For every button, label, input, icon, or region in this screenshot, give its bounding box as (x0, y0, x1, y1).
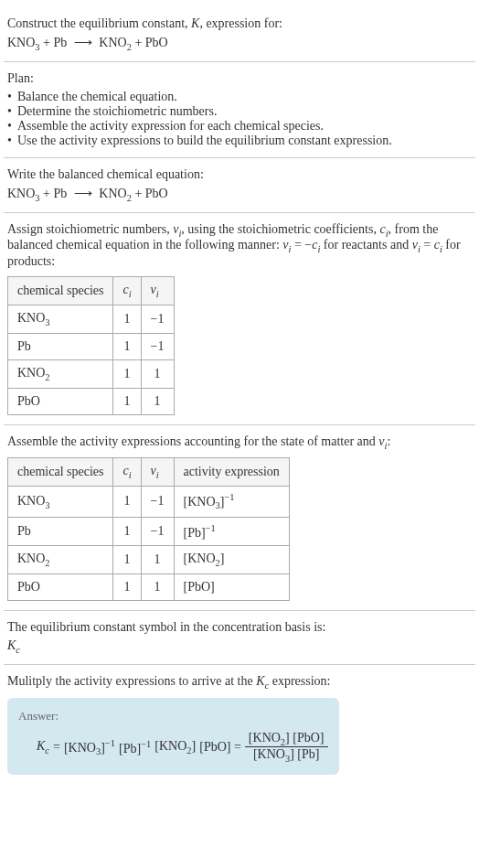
balanced-equation: KNO3 + Pb ⟶ KNO2 + PbO (7, 186, 472, 203)
multiply-text: Mulitply the activity expressions to arr… (7, 674, 472, 691)
col-nui: νi (141, 458, 174, 487)
answer-box: Answer: Kc = [KNO3]−1 [Pb]−1 [KNO2] [PbO… (7, 698, 339, 776)
balanced-title: Write the balanced chemical equation: (7, 167, 472, 182)
table-row: PbO 1 1 [PbO] (8, 574, 290, 601)
kc-expression: Kc = [KNO3]−1 [Pb]−1 [KNO2] [PbO] = [KNO… (18, 731, 328, 765)
kc-symbol: Kc (7, 638, 472, 655)
table-row: Pb 1 −1 (8, 333, 175, 359)
table-row: KNO3 1 −1 (8, 305, 175, 333)
table-row: PbO 1 1 (8, 388, 175, 414)
table-header-row: chemical species ci νi activity expressi… (8, 458, 290, 487)
activity-text: Assemble the activity expressions accoun… (7, 434, 472, 451)
table-header-row: chemical species ci νi (8, 277, 175, 305)
symbol-section: The equilibrium constant symbol in the c… (4, 611, 475, 665)
balanced-section: Write the balanced chemical equation: KN… (4, 158, 475, 213)
stoich-section: Assign stoichiometric numbers, νi, using… (4, 213, 475, 425)
col-activity: activity expression (174, 458, 289, 487)
table-row: Pb 1 −1 [Pb]−1 (8, 517, 290, 546)
col-ci: ci (113, 458, 141, 487)
question-section: Construct the equilibrium constant, K, e… (4, 7, 475, 62)
activity-section: Assemble the activity expressions accoun… (4, 425, 475, 612)
symbol-text: The equilibrium constant symbol in the c… (7, 620, 472, 635)
list-item: •Assemble the activity expression for ea… (7, 119, 472, 134)
plan-title: Plan: (7, 71, 472, 86)
col-species: chemical species (8, 277, 113, 305)
question-title: Construct the equilibrium constant, K, e… (7, 16, 472, 31)
stoich-text: Assign stoichiometric numbers, νi, using… (7, 222, 472, 270)
list-item: •Determine the stoichiometric numbers. (7, 104, 472, 119)
activity-table: chemical species ci νi activity expressi… (7, 457, 290, 601)
table-row: KNO2 1 1 [KNO2] (8, 546, 290, 574)
plan-section: Plan: •Balance the chemical equation. •D… (4, 62, 475, 158)
col-nui: νi (141, 277, 174, 305)
fraction: [KNO2] [PbO] [KNO3] [Pb] (245, 731, 328, 765)
list-item: •Balance the chemical equation. (7, 90, 472, 104)
answer-label: Answer: (18, 709, 328, 723)
table-row: KNO3 1 −1 [KNO3]−1 (8, 487, 290, 517)
table-row: KNO2 1 1 (8, 359, 175, 388)
reaction-equation: KNO3 + Pb ⟶ KNO2 + PbO (7, 35, 472, 52)
multiply-section: Mulitply the activity expressions to arr… (4, 665, 475, 784)
list-item: •Use the activity expressions to build t… (7, 134, 472, 148)
col-ci: ci (113, 277, 141, 305)
plan-list: •Balance the chemical equation. •Determi… (7, 90, 472, 148)
stoich-table: chemical species ci νi KNO3 1 −1 Pb 1 −1… (7, 276, 175, 414)
col-species: chemical species (8, 458, 113, 487)
